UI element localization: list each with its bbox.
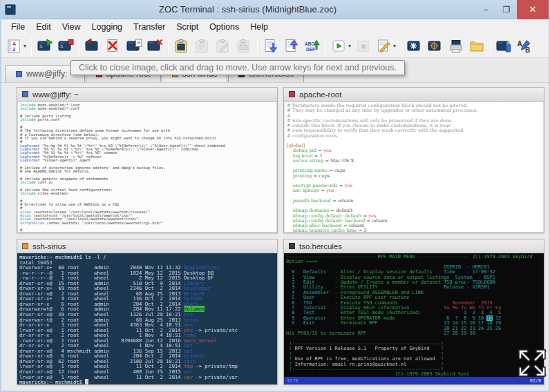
- clipboard-print-icon: [236, 38, 252, 55]
- session-status-icon: [22, 243, 28, 249]
- session-status-icon: [22, 91, 28, 97]
- maximize-button[interactable]: ❐: [496, 0, 517, 19]
- zoc-terminal-window: ZOC Terminal : ssh-sirius (MidnightBlue.…: [0, 0, 550, 392]
- sort-az-button[interactable]: AZ▾: [5, 36, 28, 57]
- session-transcript-button[interactable]: [124, 36, 144, 57]
- toolbar-separator: [31, 38, 32, 55]
- terminal-screen-ssh-sirius[interactable]: mavericks:~ mschmidt$ ls -l /total 16453…: [17, 253, 277, 384]
- terminal-line: debug pid = yes: [287, 148, 541, 153]
- sort-az-icon: AZ: [6, 38, 23, 55]
- session-stop-icon: S.: [57, 38, 74, 55]
- session-close-button[interactable]: [145, 36, 164, 57]
- menu-edit[interactable]: Edit: [30, 19, 57, 35]
- svg-text:DEF: DEF: [306, 47, 315, 52]
- tab-label: www@jiffy: ~: [26, 69, 75, 79]
- disconnect-button[interactable]: [104, 36, 123, 57]
- font-button[interactable]: AB: [515, 36, 534, 57]
- connection-profile-button[interactable]: [426, 36, 445, 57]
- menu-transfer[interactable]: Transfer: [128, 19, 171, 35]
- connection-profile-icon: [427, 38, 444, 55]
- terminal-line: Hit PF03/15 to terminate RPF 27 28 29 30: [286, 331, 542, 336]
- svg-text:S.: S.: [39, 44, 44, 48]
- session-pane-apache-root: apache-root # Parameters inside the requ…: [283, 87, 544, 233]
- terminal-line: # They may be changed at any time by upg…: [287, 108, 541, 113]
- toolbar-separator: [168, 38, 169, 55]
- print-button[interactable]: [446, 36, 466, 57]
- terminal-line: server string = Mac OS X: [287, 159, 541, 164]
- new-session-icon: [406, 38, 423, 55]
- toolbar-separator: [257, 38, 258, 55]
- terminal-screen-tso-hercules[interactable]: ------------------------------- RPF MAIN…: [284, 253, 544, 384]
- reconnect-button[interactable]: [83, 36, 102, 57]
- terminal-3270-status-bar: 327002/0: [284, 377, 544, 384]
- svg-text:S.: S.: [60, 44, 64, 48]
- edit-script-button[interactable]: ▾: [374, 36, 397, 57]
- receive-file-icon: [263, 38, 279, 55]
- paste-button[interactable]: [172, 36, 191, 57]
- svg-text:A: A: [518, 40, 522, 48]
- toolbar-separator: [79, 38, 79, 55]
- tooltip: Click to close image, click and drag to …: [70, 60, 405, 75]
- session-stop-button[interactable]: S.: [56, 36, 75, 57]
- title-bar[interactable]: ZOC Terminal : ssh-sirius (MidnightBlue.…: [1, 0, 549, 19]
- pane-header[interactable]: www@jiffy: ~: [17, 88, 277, 101]
- pane-title: www@jiffy: ~: [32, 90, 79, 99]
- send-file-icon: [283, 38, 300, 55]
- clipboard-print-button: [234, 36, 254, 57]
- new-session-button[interactable]: [405, 36, 424, 57]
- toolbar-separator: [325, 38, 326, 55]
- session-pane-tso-hercules: tso.hercules ---------------------------…: [283, 239, 544, 385]
- menu-options[interactable]: Options: [204, 19, 245, 35]
- dropdown-caret-icon[interactable]: ▾: [23, 43, 26, 49]
- close-button[interactable]: ✕: [517, 0, 549, 19]
- menu-file[interactable]: File: [6, 19, 30, 35]
- folder-button[interactable]: [467, 36, 486, 57]
- menu-help[interactable]: Help: [245, 19, 274, 35]
- terminal-line: ------------------------------- RPF MAIN…: [286, 255, 542, 259]
- paste-icon: [173, 38, 190, 55]
- terminal-screen-apache-root[interactable]: # Parameters inside the required configu…: [284, 101, 544, 233]
- clipboard-edit-button: [214, 36, 233, 57]
- send-text-icon: ABCDEF: [304, 38, 321, 55]
- send-file-button[interactable]: [282, 36, 301, 57]
- dropdown-caret-icon[interactable]: ▾: [348, 43, 351, 49]
- pane-title: ssh-sirius: [32, 242, 66, 251]
- menubar: FileEditViewLoggingTransferScriptOptions…: [1, 19, 549, 35]
- session-pane-ssh-sirius: ssh-sirius mavericks:~ mschmidt$ ls -l /…: [17, 239, 278, 385]
- stop-script-button: [354, 36, 373, 57]
- window-title: ZOC Terminal : ssh-sirius (MidnightBlue.…: [20, 4, 475, 14]
- minimize-button[interactable]: –: [475, 0, 496, 19]
- clipboard-edit-icon: [215, 38, 231, 55]
- session-start-button[interactable]: S.: [35, 36, 55, 57]
- folder-icon: [468, 38, 485, 55]
- run-script-icon: [331, 38, 348, 55]
- disconnect-icon: [105, 38, 122, 55]
- terminal-line: passdb backend = odsam: [287, 199, 541, 204]
- toolbar: AZ▾S.S.ABCDEF▾▾AB: [1, 35, 549, 58]
- menu-view[interactable]: View: [57, 19, 86, 35]
- terminal-line: printing = cups: [287, 174, 541, 179]
- terminal-screen-www-jiffy[interactable]: Include mods-enabled/*.loadInclude mods-…: [17, 101, 277, 233]
- session-close-icon: [146, 38, 163, 55]
- pane-header[interactable]: apache-root: [284, 88, 544, 101]
- session-status-icon: [289, 91, 295, 97]
- tab-session-icon: [16, 71, 22, 77]
- session-start-icon: S.: [37, 38, 53, 55]
- session-pane-www-jiffy: www@jiffy: ~ Include mods-enabled/*.load…: [17, 87, 278, 233]
- toolbar-separator: [401, 38, 401, 55]
- app-icon: [5, 4, 16, 15]
- dropdown-caret-icon[interactable]: ▾: [393, 43, 396, 49]
- terminal-line: mavericks:~ mschmidt$: [19, 380, 275, 384]
- receive-file-button[interactable]: [261, 36, 281, 57]
- colors-button[interactable]: [494, 36, 513, 57]
- terminal-line: [287, 139, 541, 144]
- send-text-button[interactable]: ABCDEF: [303, 36, 322, 57]
- menu-logging[interactable]: Logging: [86, 19, 129, 35]
- run-script-button[interactable]: ▾: [330, 36, 352, 57]
- edit-script-icon: [376, 38, 392, 55]
- terminal-line: # configuration tools.: [287, 134, 541, 139]
- toolbar-separator: [490, 38, 491, 55]
- menu-script[interactable]: Script: [171, 19, 204, 35]
- pane-header[interactable]: ssh-sirius: [17, 239, 277, 253]
- pane-header[interactable]: tso.hercules: [284, 239, 544, 253]
